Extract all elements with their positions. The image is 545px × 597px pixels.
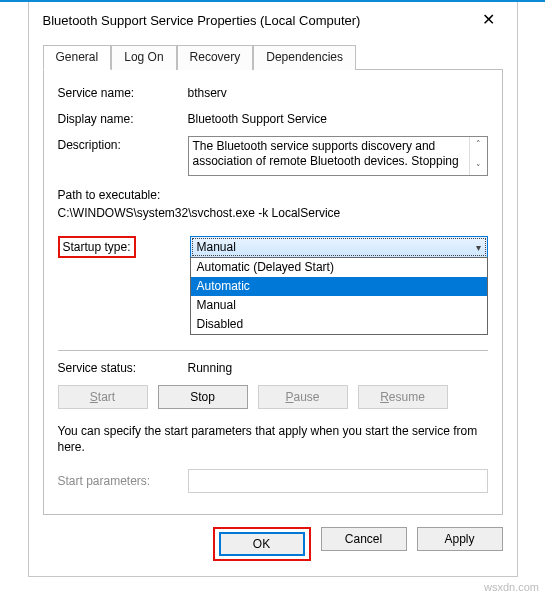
label-startup-type: Startup type: [63, 240, 131, 254]
properties-dialog: Bluetooth Support Service Properties (Lo… [28, 2, 518, 577]
tab-general[interactable]: General [43, 45, 112, 70]
value-service-name: bthserv [188, 84, 488, 100]
value-display-name: Bluetooth Support Service [188, 110, 488, 126]
watermark: wsxdn.com [484, 581, 539, 593]
description-scrollbar[interactable]: ˄ ˅ [469, 137, 487, 175]
general-panel: Service name: bthserv Display name: Blue… [43, 70, 503, 515]
tab-logon[interactable]: Log On [111, 45, 176, 70]
scroll-down-icon[interactable]: ˅ [470, 161, 487, 175]
scroll-up-icon[interactable]: ˄ [470, 137, 487, 151]
window-title: Bluetooth Support Service Properties (Lo… [43, 13, 361, 28]
label-service-name: Service name: [58, 84, 188, 100]
start-button: Start [58, 385, 148, 409]
tab-dependencies[interactable]: Dependencies [253, 45, 356, 70]
label-path: Path to executable: [58, 186, 488, 204]
resume-button: Resume [358, 385, 448, 409]
label-display-name: Display name: [58, 110, 188, 126]
separator [58, 350, 488, 351]
ok-button[interactable]: OK [219, 532, 305, 556]
startup-type-dropdown[interactable]: Automatic (Delayed Start) Automatic Manu… [190, 257, 488, 335]
description-box[interactable]: The Bluetooth service supports discovery… [188, 136, 488, 176]
label-start-parameters: Start parameters: [58, 474, 188, 488]
close-icon[interactable]: ✕ [475, 12, 503, 28]
pause-button: Pause [258, 385, 348, 409]
option-manual[interactable]: Manual [191, 296, 487, 315]
label-description: Description: [58, 136, 188, 152]
tab-strip: General Log On Recovery Dependencies [43, 44, 503, 70]
highlight-startup-label: Startup type: [58, 236, 136, 258]
start-parameters-input [188, 469, 488, 493]
startup-type-select[interactable]: Manual ▾ [190, 236, 488, 258]
highlight-ok-button: OK [213, 527, 311, 561]
chevron-down-icon: ▾ [476, 242, 481, 253]
label-service-status: Service status: [58, 361, 188, 375]
help-text: You can specify the start parameters tha… [58, 423, 488, 455]
value-service-status: Running [188, 361, 233, 375]
description-text: The Bluetooth service supports discovery… [193, 139, 459, 168]
option-automatic[interactable]: Automatic [191, 277, 487, 296]
apply-button[interactable]: Apply [417, 527, 503, 551]
title-bar: Bluetooth Support Service Properties (Lo… [29, 2, 517, 32]
value-path: C:\WINDOWS\system32\svchost.exe -k Local… [58, 204, 488, 222]
stop-button[interactable]: Stop [158, 385, 248, 409]
cancel-button[interactable]: Cancel [321, 527, 407, 551]
option-automatic-delayed[interactable]: Automatic (Delayed Start) [191, 258, 487, 277]
startup-type-value: Manual [197, 240, 236, 254]
option-disabled[interactable]: Disabled [191, 315, 487, 334]
tab-recovery[interactable]: Recovery [177, 45, 254, 70]
